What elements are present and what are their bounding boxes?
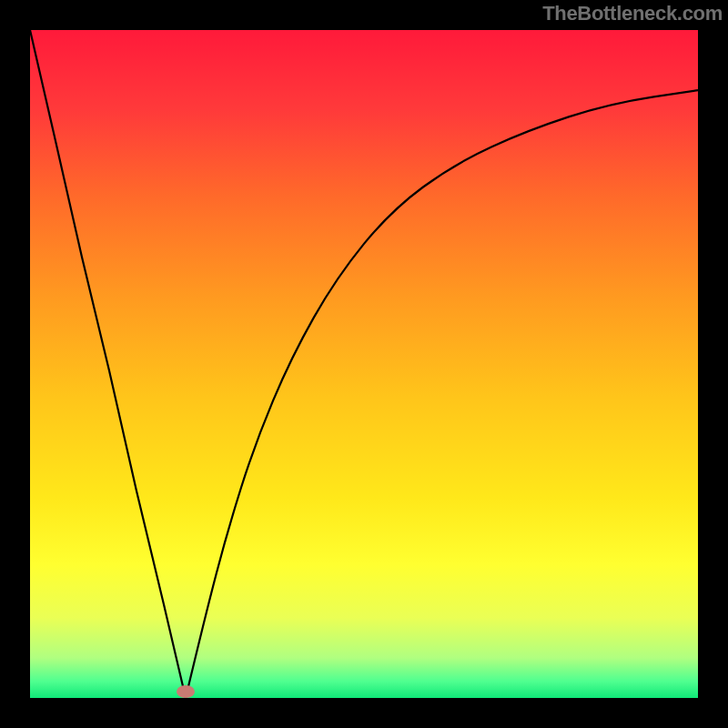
optimum-marker	[177, 685, 195, 698]
plot-area	[30, 30, 698, 698]
chart-svg	[0, 0, 728, 728]
bottleneck-chart: TheBottleneck.com	[0, 0, 728, 728]
watermark-label: TheBottleneck.com	[542, 2, 723, 25]
